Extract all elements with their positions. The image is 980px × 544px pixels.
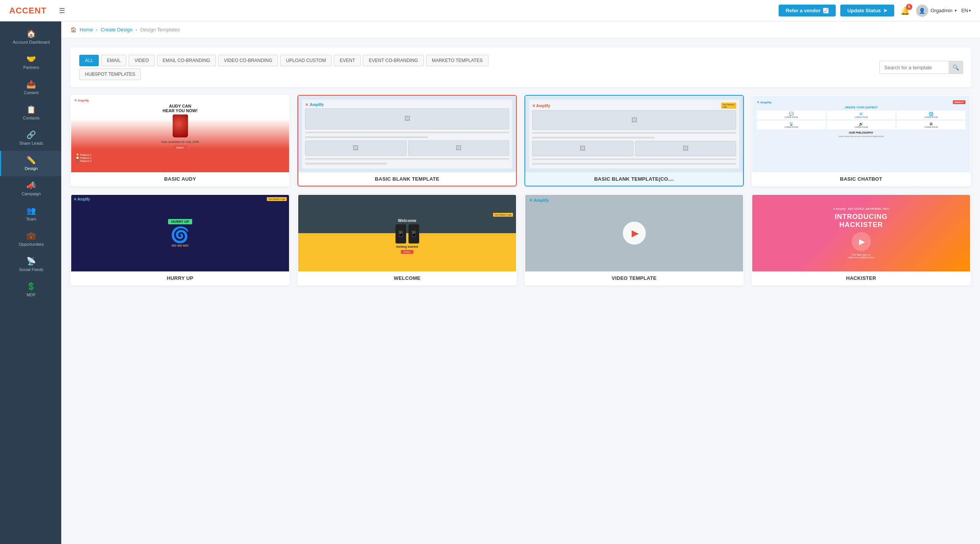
audy-preview: ✕ Amplify AUDY CANHEAR YOU NOW! Now avai…	[71, 96, 289, 172]
sidebar-label: Account Dashboard	[13, 40, 50, 44]
sidebar-item-mdf[interactable]: 💲 MDF	[0, 277, 61, 302]
breadcrumb-create-design-link[interactable]: Create Design	[101, 27, 132, 33]
hamburger-menu[interactable]: ☰	[56, 5, 68, 16]
sidebar-item-opportunities[interactable]: 💼 Opportunities	[0, 227, 61, 252]
sidebar-label: Share Leads	[19, 141, 43, 145]
image-placeholder-small-1: 🖼	[532, 141, 634, 156]
template-thumbnail: Your Partner's Logo Welcome 📱 📱 Getting …	[298, 195, 516, 271]
opportunities-icon: 💼	[26, 232, 36, 240]
image-placeholder-small-1: 🖼	[305, 140, 407, 156]
sidebar-label: Social Feeds	[19, 267, 44, 272]
template-card-video[interactable]: ✕ Amplify ▶ VIDEO TEMPLATE	[524, 194, 744, 286]
contacts-icon: 📋	[26, 106, 36, 113]
sidebar-item-design[interactable]: ✏️ Design	[0, 151, 61, 176]
blank-preview: ✕ Amplify 🖼 🖼 🖼	[302, 100, 512, 168]
sidebar-label: Opportunities	[19, 242, 44, 247]
filter-tabs: ALL EMAIL VIDEO EMAIL CO-BRANDING VIDEO …	[78, 54, 879, 81]
tab-video-cobranding[interactable]: VIDEO CO-BRANDING	[218, 55, 278, 66]
template-thumbnail: ✕ Amplify ANY DEVICE, ANYWHERE, FAST INT…	[752, 195, 970, 271]
template-card-basic-blank-cob[interactable]: ✕ Amplify Your Partner'sLogo 🖼 🖼 🖼	[524, 95, 744, 186]
avatar: 👤	[916, 5, 928, 17]
template-name: Basic Blank Template	[298, 172, 516, 186]
template-name: Basic Blank Template(Co....	[525, 172, 743, 186]
tab-video[interactable]: VIDEO	[129, 55, 154, 66]
team-icon: 👥	[26, 207, 36, 214]
sidebar-label: Team	[26, 217, 36, 221]
tab-hubspot[interactable]: HUBSPOT TEMPLATES	[79, 69, 141, 80]
search-box: 🔍	[879, 61, 963, 74]
cob-preview: ✕ Amplify Your Partner'sLogo 🖼 🖼 🖼	[529, 100, 739, 168]
template-card-basic-blank[interactable]: ✕ Amplify 🖼 🖼 🖼	[297, 95, 517, 186]
template-card-hurry-up[interactable]: ✕ Amplify Your Partner's Logo HURRY UP 🌀…	[70, 194, 290, 286]
tab-event[interactable]: EVENT	[334, 55, 361, 66]
home-icon: 🏠	[26, 30, 36, 38]
tab-marketo[interactable]: MARKETO TEMPLATES	[426, 55, 488, 66]
update-status-button[interactable]: Update Status ➤	[840, 5, 894, 16]
content-icon: 📤	[26, 80, 36, 88]
can-image	[173, 114, 188, 137]
template-thumbnail: ✕ Amplify Your Partner'sLogo 🖼 🖼 🖼	[525, 96, 743, 172]
refer-vendor-button[interactable]: Refer a vendor 📈	[779, 5, 836, 16]
template-card-welcome[interactable]: Your Partner's Logo Welcome 📱 📱 Getting …	[297, 194, 517, 286]
sidebar-item-team[interactable]: 👥 Team	[0, 201, 61, 227]
chatbot-preview: ✕ Amplify BEEBOT CREATE YOUR CHATBOT 💬LO…	[755, 98, 968, 170]
tab-event-cobranding[interactable]: EVENT CO-BRANDING	[363, 55, 423, 66]
template-name: BASIC CHATBOT	[752, 172, 970, 186]
filter-bar: ALL EMAIL VIDEO EMAIL CO-BRANDING VIDEO …	[70, 47, 971, 87]
language-selector[interactable]: EN ▾	[961, 8, 971, 13]
template-thumbnail: ✕ Amplify 🖼 🖼 🖼	[298, 96, 516, 172]
template-thumbnail: ✕ Amplify BEEBOT CREATE YOUR CHATBOT 💬LO…	[752, 96, 970, 172]
template-name: WELCOME	[298, 271, 516, 285]
breadcrumb: 🏠 Home › Create Design › Design Template…	[61, 21, 980, 38]
image-placeholder-large: 🖼	[305, 108, 509, 129]
mdf-icon: 💲	[26, 283, 36, 290]
arrow-icon: ➤	[883, 8, 887, 13]
image-placeholder-large: 🖼	[532, 110, 736, 130]
chevron-down-icon: ▾	[969, 8, 971, 13]
sidebar-item-contacts[interactable]: 📋 Contacts	[0, 100, 61, 126]
hurryup-preview: ✕ Amplify Your Partner's Logo HURRY UP 🌀…	[71, 195, 289, 271]
campaign-icon: 📣	[26, 181, 36, 189]
notification-count: 5	[906, 4, 912, 10]
template-card-basic-chatbot[interactable]: ✕ Amplify BEEBOT CREATE YOUR CHATBOT 💬LO…	[751, 95, 971, 186]
sidebar-item-campaign[interactable]: 📣 Campaign	[0, 176, 61, 201]
partners-icon: 🤝	[26, 55, 36, 63]
template-card-hackister[interactable]: ✕ Amplify ANY DEVICE, ANYWHERE, FAST INT…	[751, 194, 971, 286]
top-navigation: ACCENT ☰ Refer a vendor 📈 Update Status …	[0, 0, 980, 21]
sidebar-item-social-feeds[interactable]: 📡 Social Feeds	[0, 252, 61, 277]
image-placeholder-small-2: 🖼	[635, 141, 737, 156]
template-card-basic-audy[interactable]: ✕ Amplify AUDY CANHEAR YOU NOW! Now avai…	[70, 95, 290, 186]
app-logo: ACCENT	[9, 6, 47, 16]
design-icon: ✏️	[26, 156, 36, 164]
user-name: Orgadmin	[931, 8, 952, 13]
tab-upload-custom[interactable]: UPLOAD CUSTOM	[280, 55, 332, 66]
sidebar-label: Design	[24, 166, 38, 171]
share-leads-icon: 🔗	[26, 131, 36, 139]
main-content: 🏠 Home › Create Design › Design Template…	[61, 21, 980, 544]
tab-all[interactable]: ALL	[79, 55, 99, 66]
notification-bell[interactable]: 🔔 5	[899, 5, 911, 17]
search-input[interactable]	[880, 65, 949, 70]
tab-email-cobranding[interactable]: EMAIL CO-BRANDING	[157, 55, 216, 66]
user-menu[interactable]: 👤 Orgadmin ▾	[916, 5, 957, 17]
topnav-right: Refer a vendor 📈 Update Status ➤ 🔔 5 👤 O…	[779, 5, 971, 17]
search-button[interactable]: 🔍	[949, 61, 963, 74]
image-placeholder-small-2: 🖼	[408, 140, 510, 156]
sidebar-item-partners[interactable]: 🤝 Partners	[0, 50, 61, 75]
template-name: HURRY UP	[71, 271, 289, 285]
content-area: ALL EMAIL VIDEO EMAIL CO-BRANDING VIDEO …	[61, 38, 980, 544]
template-name: HACKISTER	[752, 271, 970, 285]
sidebar-label: MDF	[27, 292, 36, 297]
sidebar-label: Campaign	[21, 191, 41, 196]
sidebar-item-account-dashboard[interactable]: 🏠 Account Dashboard	[0, 25, 61, 50]
tab-email[interactable]: EMAIL	[101, 55, 126, 66]
template-grid: ✕ Amplify AUDY CANHEAR YOU NOW! Now avai…	[70, 95, 971, 286]
sidebar: 🏠 Account Dashboard 🤝 Partners 📤 Content…	[0, 21, 61, 544]
sidebar-label: Partners	[23, 65, 39, 70]
sidebar-item-content[interactable]: 📤 Content	[0, 75, 61, 100]
hackister-preview: ✕ Amplify ANY DEVICE, ANYWHERE, FAST INT…	[752, 195, 970, 271]
breadcrumb-home-icon: 🏠	[70, 27, 77, 33]
sidebar-item-share-leads[interactable]: 🔗 Share Leads	[0, 126, 61, 151]
breadcrumb-home-link[interactable]: Home	[80, 27, 93, 33]
main-layout: 🏠 Account Dashboard 🤝 Partners 📤 Content…	[0, 21, 980, 544]
